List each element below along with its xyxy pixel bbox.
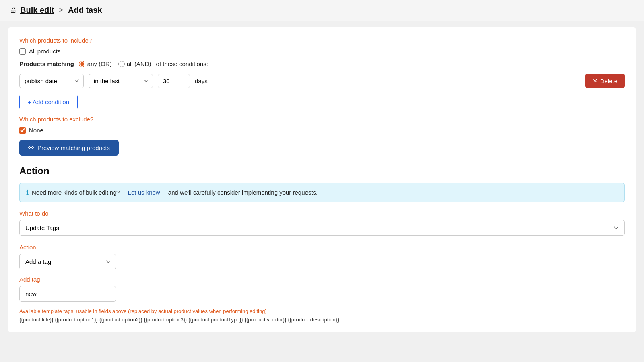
- what-to-do-select[interactable]: Update Tags Update Price Update Inventor…: [19, 220, 625, 236]
- exclude-section: Which products to exclude? None: [19, 116, 625, 134]
- none-checkbox[interactable]: [19, 127, 26, 134]
- none-checkbox-row: None: [19, 127, 625, 134]
- action-sub-label: Action: [19, 244, 625, 251]
- all-products-checkbox[interactable]: [19, 48, 26, 55]
- info-banner: ℹ Need more kinds of bulk editing? Let u…: [19, 183, 625, 202]
- breadcrumb-link[interactable]: Bulk edit: [20, 6, 54, 15]
- products-matching-label: Products matching: [19, 60, 74, 67]
- template-tags-label: Available template tags, usable in field…: [19, 308, 625, 314]
- delete-label: Delete: [600, 78, 617, 84]
- condition-number-input[interactable]: [158, 74, 190, 88]
- include-section-label: Which products to include?: [19, 37, 625, 44]
- delete-x-icon: ✕: [592, 77, 598, 84]
- radio-any-input[interactable]: [79, 61, 85, 67]
- delete-button[interactable]: ✕ Delete: [585, 74, 625, 88]
- none-label: None: [29, 127, 43, 134]
- condition-op-select[interactable]: in the last is is not contains starts wi…: [89, 74, 153, 88]
- products-matching-row: Products matching any (OR) all (AND) of …: [19, 60, 625, 67]
- action-type-select[interactable]: Add a tag Remove a tag Replace a tag: [19, 254, 116, 269]
- preview-button-label: Preview matching products: [37, 144, 110, 151]
- all-products-label: All products: [29, 48, 60, 55]
- days-label: days: [195, 78, 208, 84]
- header-bar: 🖨 Bulk edit > Add task: [0, 0, 644, 21]
- condition-type-select[interactable]: publish date title vendor tag price inve…: [19, 74, 84, 88]
- condition-row: publish date title vendor tag price inve…: [19, 74, 625, 88]
- add-tag-section: Add tag: [19, 276, 625, 302]
- action-sub-section: Action Add a tag Remove a tag Replace a …: [19, 244, 625, 269]
- breadcrumb-separator: >: [59, 6, 63, 14]
- preview-button[interactable]: 👁 Preview matching products: [19, 140, 119, 156]
- add-tag-input[interactable]: [19, 286, 116, 302]
- radio-all-label: all (AND): [127, 60, 151, 67]
- info-text: Need more kinds of bulk editing?: [32, 189, 120, 196]
- template-tags-value: {{product.title}} {{product.option1}} {{…: [19, 317, 625, 323]
- exclude-section-label: Which products to exclude?: [19, 116, 625, 123]
- radio-any-option[interactable]: any (OR): [79, 60, 112, 67]
- info-suffix: and we'll carefully consider implementin…: [168, 189, 318, 196]
- radio-group: any (OR) all (AND): [79, 60, 151, 67]
- info-icon: ℹ: [26, 189, 29, 196]
- breadcrumb-current: Add task: [68, 6, 102, 15]
- radio-all-input[interactable]: [118, 61, 125, 67]
- conditions-text: of these conditions:: [156, 60, 208, 67]
- page-wrapper: 🖨 Bulk edit > Add task Which products to…: [0, 0, 644, 362]
- what-to-do-label: What to do: [19, 210, 625, 217]
- preview-eye-icon: 👁: [28, 144, 34, 151]
- all-products-row: All products: [19, 48, 625, 55]
- radio-all-option[interactable]: all (AND): [118, 60, 151, 67]
- bulk-edit-icon: 🖨: [10, 6, 17, 14]
- main-content: Which products to include? All products …: [8, 27, 636, 332]
- action-heading: Action: [19, 165, 625, 177]
- radio-any-label: any (OR): [87, 60, 112, 67]
- add-tag-label: Add tag: [19, 276, 625, 283]
- add-condition-button[interactable]: + Add condition: [19, 95, 78, 109]
- info-link[interactable]: Let us know: [128, 189, 160, 196]
